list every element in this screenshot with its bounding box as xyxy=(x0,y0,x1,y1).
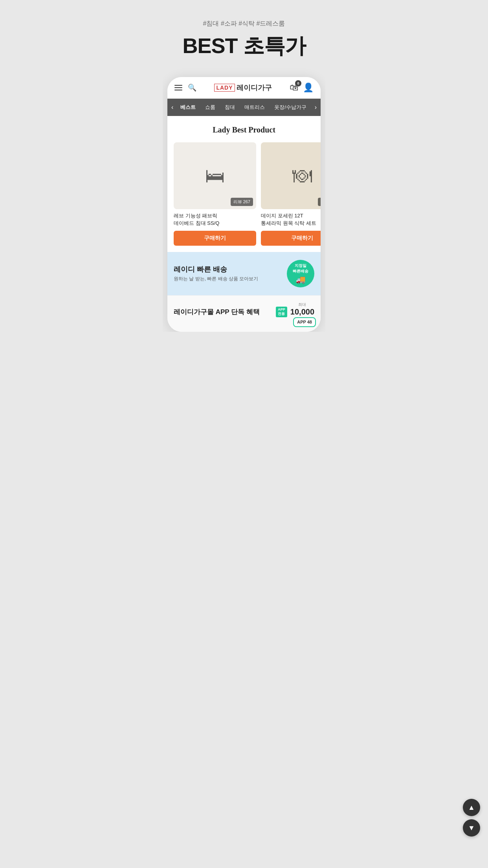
main-title: BEST 초특가 xyxy=(171,34,317,57)
nav-item-mattress[interactable]: 매트리스 xyxy=(240,99,270,116)
logo-text: 레이디가구 xyxy=(237,83,272,92)
search-icon[interactable]: 🔍 xyxy=(188,83,196,92)
badge-line2: 빠른배송 xyxy=(293,268,308,274)
header-left: 🔍 xyxy=(174,83,196,92)
user-icon[interactable]: 👤 xyxy=(303,83,314,93)
app48-label: APP 48 xyxy=(297,320,312,324)
app48-badge: APP 48 xyxy=(293,317,316,327)
promo-amount: 10,000 xyxy=(290,307,314,316)
promo-text: 레이디가구몰 APP 단독 혜택 xyxy=(174,307,260,316)
delivery-banner[interactable]: 레이디 빠른 배송 원하는 날 받는, 빠른 배송 상품 모아보기 지정일 빠른… xyxy=(167,252,321,295)
cart-badge: 0 xyxy=(295,80,301,86)
hashtags: #침대 #소파 #식탁 #드레스룸 xyxy=(171,20,317,28)
product-image-1: 리뷰 267 xyxy=(174,142,256,209)
products-scroll: 리뷰 267 레브 기능성 패브릭데이베드 침대 SS/Q 구매하기 리뷰 19… xyxy=(167,142,321,245)
badge-line1: 지정일 xyxy=(295,263,306,268)
phone-mockup: 🔍 LADY 레이디가구 🛍 0 👤 ‹ 베스트 쇼룸 침대 매트리스 옷장/수… xyxy=(167,77,321,331)
nav-item-best[interactable]: 베스트 xyxy=(176,99,200,116)
product-card: 리뷰 192 데이지 포세린 12T통세라믹 원목 식탁 세트 구매하기 xyxy=(261,142,321,245)
delivery-subtitle: 원하는 날 받는, 빠른 배송 상품 모아보기 xyxy=(174,276,258,282)
nav-item-showroom[interactable]: 쇼룸 xyxy=(200,99,220,116)
product-title-1: 레브 기능성 패브릭데이베드 침대 SS/Q xyxy=(174,212,256,226)
delivery-badge: 지정일 빠른배송 🚚 xyxy=(287,260,314,287)
buy-button-2[interactable]: 구매하기 xyxy=(261,231,321,246)
nav-bar: ‹ 베스트 쇼룸 침대 매트리스 옷장/수납가구 › xyxy=(167,99,321,116)
app-logo: LADY 레이디가구 xyxy=(214,83,272,92)
review-badge-2: 리뷰 192 xyxy=(318,198,321,206)
promo-max-label: 최대 xyxy=(290,302,314,307)
header-right: 🛍 0 👤 xyxy=(290,83,314,93)
delivery-text: 레이디 빠른 배송 원하는 날 받는, 빠른 배송 상품 모아보기 xyxy=(174,265,258,282)
nav-items: 베스트 쇼룸 침대 매트리스 옷장/수납가구 xyxy=(176,99,312,116)
truck-icon: 🚚 xyxy=(296,275,306,284)
nav-prev-arrow[interactable]: ‹ xyxy=(169,104,176,111)
review-badge-1: 리뷰 267 xyxy=(231,198,253,206)
product-title-2: 데이지 포세린 12T통세라믹 원목 식탁 세트 xyxy=(261,212,321,226)
cart-button[interactable]: 🛍 0 xyxy=(290,83,298,93)
nav-next-arrow[interactable]: › xyxy=(312,104,319,111)
nav-item-bed[interactable]: 침대 xyxy=(220,99,240,116)
buy-button-1[interactable]: 구매하기 xyxy=(174,231,256,246)
product-image-2: 리뷰 192 xyxy=(261,142,321,209)
app-header: 🔍 LADY 레이디가구 🛍 0 👤 xyxy=(167,77,321,99)
logo-lady: LADY xyxy=(214,84,235,92)
hamburger-icon[interactable] xyxy=(174,85,182,90)
nav-item-wardrobe[interactable]: 옷장/수납가구 xyxy=(270,99,311,116)
section-title: Lady Best Product xyxy=(167,125,321,134)
products-section: Lady Best Product 리뷰 267 레브 기능성 패브릭데이베드 … xyxy=(167,116,321,252)
product-card: 리뷰 267 레브 기능성 패브릭데이베드 침대 SS/Q 구매하기 xyxy=(174,142,256,245)
app-badge: APP전용 xyxy=(276,307,287,317)
bottom-promo: 레이디가구몰 APP 단독 혜택 APP전용 최대 10,000 원 APP 4… xyxy=(167,295,321,332)
delivery-title: 레이디 빠른 배송 xyxy=(174,265,258,274)
